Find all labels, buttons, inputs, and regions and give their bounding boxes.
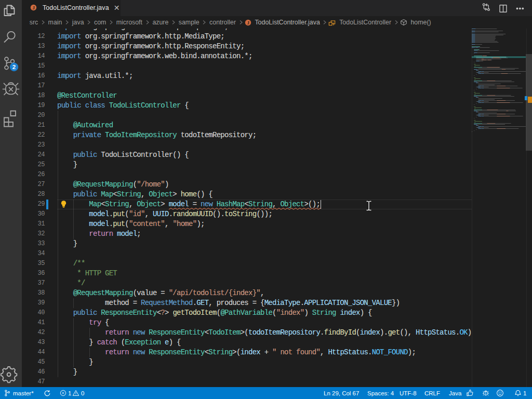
svg-text:J: J (32, 5, 35, 10)
svg-text:2: 2 (12, 64, 16, 70)
svg-text:J: J (247, 20, 249, 25)
